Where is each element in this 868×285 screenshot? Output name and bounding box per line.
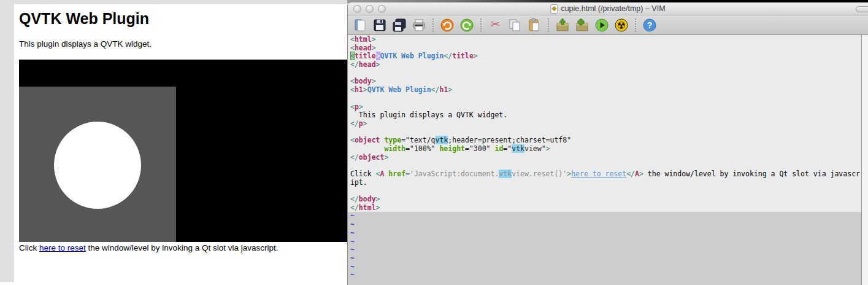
code-line: <object type="text/qvtk;header=present;c… xyxy=(350,136,859,145)
eof-tilde: ~ xyxy=(350,254,868,263)
toolbar-toggle-lozenge[interactable] xyxy=(856,6,868,12)
code-segment: > xyxy=(363,85,367,94)
traffic-light-minimize[interactable] xyxy=(366,5,374,13)
browser-top-edge xyxy=(0,0,347,4)
code-line: <body> xyxy=(350,77,859,86)
code-segment: width xyxy=(384,144,405,153)
vim-scrollbar[interactable] xyxy=(861,35,868,285)
vim-text-area[interactable]: <html><head><title>QVTK Web Plugin</titl… xyxy=(348,35,868,285)
code-segment: "100%" xyxy=(410,144,436,153)
reset-link[interactable]: here to reset xyxy=(39,243,86,252)
code-segment: > xyxy=(448,85,452,94)
code-line: <p> xyxy=(350,103,859,112)
toolbar-separator xyxy=(432,18,434,32)
save-all-icon xyxy=(392,18,407,33)
code-segment: < xyxy=(350,77,355,85)
code-line: </object> xyxy=(350,154,859,162)
code-segment: </ xyxy=(431,85,440,94)
toolbar-button-save-all[interactable] xyxy=(391,17,407,33)
code-segment: title xyxy=(452,52,474,60)
eof-tilde: ~ xyxy=(350,271,868,279)
code-segment: > xyxy=(372,77,376,85)
code-segment: < xyxy=(350,44,355,52)
search-match: vtk xyxy=(436,136,448,144)
traffic-light-zoom[interactable] xyxy=(378,5,386,13)
page-footer: Click here to reset the window/level by … xyxy=(19,243,278,252)
redo-icon xyxy=(459,18,474,33)
code-segment: > xyxy=(359,103,363,111)
code-segment: </ xyxy=(350,195,359,203)
toolbar-button-make[interactable]: ☢ xyxy=(613,17,629,33)
code-segment: </ xyxy=(350,119,359,128)
code-segment: </ xyxy=(350,203,359,212)
toolbar-button-paste[interactable] xyxy=(526,17,542,33)
make-icon: ☢ xyxy=(614,18,629,33)
eof-tilde: ~ xyxy=(350,229,868,238)
toolbar-button-run[interactable] xyxy=(594,17,610,33)
footer-text-prefix: Click xyxy=(19,243,39,252)
save-icon xyxy=(372,18,387,33)
code-line xyxy=(350,162,859,170)
code-segment: > xyxy=(372,35,376,44)
traffic-light-close[interactable] xyxy=(353,5,361,13)
code-segment: html xyxy=(355,35,372,44)
toolbar-button-copy[interactable] xyxy=(507,17,523,33)
code-line: </html> xyxy=(350,204,859,213)
toolbar-button-undo[interactable] xyxy=(439,17,455,33)
search-match: vtk xyxy=(512,144,524,153)
toolbar-button-cut[interactable]: ✂ xyxy=(487,17,503,33)
toolbar-button-session-load[interactable] xyxy=(555,17,570,33)
code-line xyxy=(350,95,859,103)
footer-text-suffix: the window/level by invoking a Qt slot v… xyxy=(86,243,278,252)
code-line: <title>QVTK Web Plugin</title> xyxy=(350,52,859,61)
undo-icon xyxy=(440,18,455,33)
code-line: </p> xyxy=(350,120,859,128)
code-segment: = xyxy=(405,144,410,153)
sphere-render xyxy=(54,122,141,209)
help-icon: ? xyxy=(642,18,657,33)
code-segment: head xyxy=(355,44,372,52)
traffic-lights xyxy=(353,5,386,13)
code-segment: view" xyxy=(524,144,546,153)
code-line xyxy=(350,187,859,195)
toolbar-button-help[interactable]: ? xyxy=(642,17,658,33)
eof-tilde: ~ xyxy=(350,263,868,271)
code-segment: href xyxy=(388,170,405,178)
session-load-icon xyxy=(555,18,570,33)
code-segment: </ xyxy=(626,170,635,178)
code-segment: the window/level by invoking a Qt slot v… xyxy=(643,170,860,178)
vim-cursor: < xyxy=(350,52,355,60)
toolbar-button-redo[interactable] xyxy=(459,17,475,33)
session-new-icon xyxy=(575,18,590,33)
code-segment: This plugin displays a QVTK widget. xyxy=(350,111,507,119)
print-icon xyxy=(412,18,426,33)
code-segment: < xyxy=(350,136,355,144)
svg-text:☢: ☢ xyxy=(617,19,626,31)
code-segment: body xyxy=(359,195,376,203)
code-segment: h1 xyxy=(355,85,363,94)
vim-document-icon xyxy=(550,4,558,14)
toolbar-button-save[interactable] xyxy=(372,17,388,33)
code-line: ipt. xyxy=(350,179,859,187)
code-line: </head> xyxy=(350,61,859,69)
code-line: <html> xyxy=(350,36,859,44)
code-segment: > xyxy=(639,170,643,178)
code-segment: p xyxy=(359,119,363,128)
code-line xyxy=(350,69,859,78)
eof-tilde: ~ xyxy=(350,246,868,254)
matchparen: > xyxy=(376,52,380,60)
toolbar-button-open-file[interactable] xyxy=(352,17,368,33)
code-segment: > xyxy=(376,203,380,212)
run-icon xyxy=(594,18,609,33)
vim-titlebar[interactable]: cupie.html (/private/tmp) – VIM xyxy=(348,2,868,15)
code-segment: QVTK Web Plugin xyxy=(380,52,444,60)
copy-icon xyxy=(507,18,522,33)
code-segment: < xyxy=(350,103,355,111)
code-segment: > xyxy=(474,52,478,60)
eof-tilde: ~ xyxy=(350,221,868,229)
code-segment: ='JavaScript:document. xyxy=(405,170,499,178)
vim-window-title: cupie.html (/private/tmp) – VIM xyxy=(561,4,665,13)
code-segment: object xyxy=(355,136,380,144)
toolbar-button-print[interactable] xyxy=(411,17,427,33)
toolbar-button-session-new[interactable] xyxy=(574,17,590,33)
